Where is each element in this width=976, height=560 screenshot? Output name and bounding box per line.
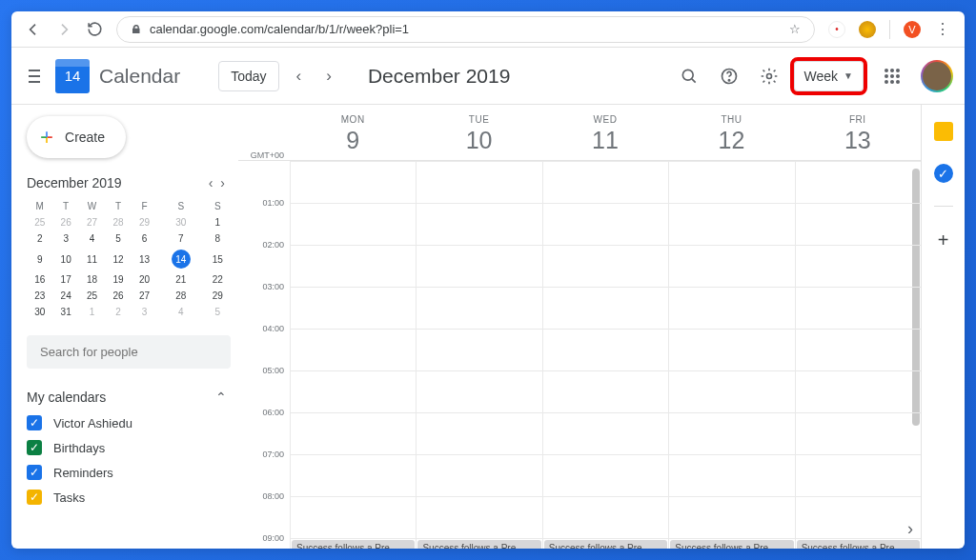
time-cell[interactable]: [795, 370, 921, 412]
time-cell[interactable]: [795, 412, 921, 454]
time-cell[interactable]: [795, 161, 921, 203]
mini-day[interactable]: 16: [27, 271, 52, 288]
mini-day[interactable]: 26: [105, 288, 131, 304]
calendar-event[interactable]: Success follows a Pre09:00 – 10:00: [544, 540, 667, 549]
time-cell[interactable]: [290, 412, 416, 454]
calendar-event[interactable]: Success follows a Pre09:00 – 10:00: [417, 540, 540, 549]
mini-day[interactable]: 15: [205, 247, 231, 271]
time-cell[interactable]: [668, 203, 794, 245]
add-addon-icon[interactable]: +: [938, 230, 949, 251]
time-cell[interactable]: [542, 245, 668, 287]
prev-week-icon[interactable]: ‹: [289, 63, 310, 90]
time-cell[interactable]: [290, 245, 416, 287]
time-cell[interactable]: [290, 203, 416, 245]
time-cell[interactable]: [668, 329, 794, 370]
mini-day[interactable]: 9: [27, 247, 52, 271]
time-cell[interactable]: Success follows a Pre09:00 – 10:00: [542, 538, 668, 549]
mini-day[interactable]: 3: [132, 304, 157, 320]
calendar-event[interactable]: Success follows a Pre09:00 – 10:00: [292, 540, 415, 549]
mini-day[interactable]: 14: [157, 247, 204, 271]
back-icon[interactable]: [25, 21, 42, 38]
mini-day[interactable]: 31: [52, 304, 78, 320]
create-button[interactable]: + Create: [27, 116, 126, 158]
mini-day[interactable]: 25: [27, 214, 52, 230]
mini-day[interactable]: 19: [105, 271, 131, 288]
address-bar[interactable]: 🔒︎ calendar.google.com/calendar/b/1/r/we…: [116, 16, 815, 43]
time-cell[interactable]: [795, 496, 921, 538]
time-cell[interactable]: [668, 496, 794, 538]
time-cell[interactable]: [668, 454, 794, 496]
calendar-event[interactable]: Success follows a Pre09:00 – 10:00: [797, 540, 920, 549]
google-apps-icon[interactable]: [881, 65, 904, 88]
time-cell[interactable]: [416, 454, 541, 496]
mini-day[interactable]: 5: [105, 230, 131, 247]
calendar-checkbox[interactable]: ✓: [27, 490, 42, 505]
main-menu-icon[interactable]: [23, 70, 46, 83]
day-header[interactable]: MON9: [290, 105, 416, 160]
mini-day[interactable]: 5: [205, 304, 231, 320]
search-people-input[interactable]: [27, 335, 231, 369]
time-cell[interactable]: [668, 370, 794, 412]
time-cell[interactable]: [290, 329, 416, 370]
mini-day[interactable]: 12: [105, 247, 131, 271]
mini-day[interactable]: 8: [205, 230, 231, 247]
mini-day[interactable]: 6: [132, 230, 157, 247]
time-cell[interactable]: Success follows a Pre09:00 – 10:00: [795, 538, 921, 549]
mini-day[interactable]: 3: [52, 230, 78, 247]
mini-day[interactable]: 28: [157, 288, 204, 304]
time-cell[interactable]: [542, 370, 668, 412]
keep-icon[interactable]: [934, 122, 953, 141]
view-switcher[interactable]: Week ▼: [794, 61, 864, 91]
calendar-item[interactable]: ✓Reminders: [27, 460, 231, 485]
time-cell[interactable]: [542, 412, 668, 454]
time-cell[interactable]: [290, 161, 416, 203]
calendar-item[interactable]: ✓Tasks: [27, 485, 231, 510]
mini-day[interactable]: 30: [157, 214, 204, 230]
settings-icon[interactable]: [754, 61, 784, 91]
search-icon[interactable]: [674, 61, 704, 91]
mini-day[interactable]: 26: [52, 214, 78, 230]
mini-day[interactable]: 10: [52, 247, 78, 271]
mini-day[interactable]: 27: [79, 214, 105, 230]
mini-day[interactable]: 30: [27, 304, 52, 320]
time-grid[interactable]: 01:0002:0003:0004:0005:0006:0007:0008:00…: [238, 161, 921, 549]
reload-icon[interactable]: [86, 21, 103, 38]
help-icon[interactable]: [714, 61, 744, 91]
time-cell[interactable]: [290, 454, 416, 496]
time-cell[interactable]: [416, 496, 541, 538]
day-header[interactable]: TUE10: [416, 105, 541, 160]
mini-day[interactable]: 27: [132, 288, 157, 304]
mini-day[interactable]: 2: [27, 230, 52, 247]
time-cell[interactable]: [416, 161, 541, 203]
calendar-item[interactable]: ✓Birthdays: [27, 435, 231, 460]
mini-day[interactable]: 7: [157, 230, 204, 247]
account-avatar[interactable]: [921, 60, 953, 92]
time-cell[interactable]: [416, 203, 541, 245]
time-cell[interactable]: [416, 245, 541, 287]
today-button[interactable]: Today: [218, 61, 278, 91]
time-cell[interactable]: [290, 370, 416, 412]
time-cell[interactable]: [795, 329, 921, 370]
time-cell[interactable]: Success follows a Pre09:00 – 10:00: [668, 538, 794, 549]
time-cell[interactable]: [542, 287, 668, 329]
mini-day[interactable]: 18: [79, 271, 105, 288]
side-panel-toggle-icon[interactable]: ›: [907, 519, 913, 539]
time-cell[interactable]: [795, 245, 921, 287]
time-cell[interactable]: [668, 287, 794, 329]
time-cell[interactable]: [416, 329, 541, 370]
day-header[interactable]: WED11: [542, 105, 668, 160]
calendar-checkbox[interactable]: ✓: [27, 415, 42, 430]
mini-day[interactable]: 25: [79, 288, 105, 304]
forward-icon[interactable]: [55, 21, 72, 38]
mini-day[interactable]: 4: [157, 304, 204, 320]
mini-day[interactable]: 20: [132, 271, 157, 288]
time-cell[interactable]: [542, 161, 668, 203]
time-cell[interactable]: [416, 370, 541, 412]
time-cell[interactable]: [668, 161, 794, 203]
mini-day[interactable]: 24: [52, 288, 78, 304]
time-cell[interactable]: [795, 287, 921, 329]
mini-day[interactable]: 29: [205, 288, 231, 304]
time-cell[interactable]: [290, 287, 416, 329]
mini-day[interactable]: 13: [132, 247, 157, 271]
star-icon[interactable]: ☆: [789, 22, 801, 36]
